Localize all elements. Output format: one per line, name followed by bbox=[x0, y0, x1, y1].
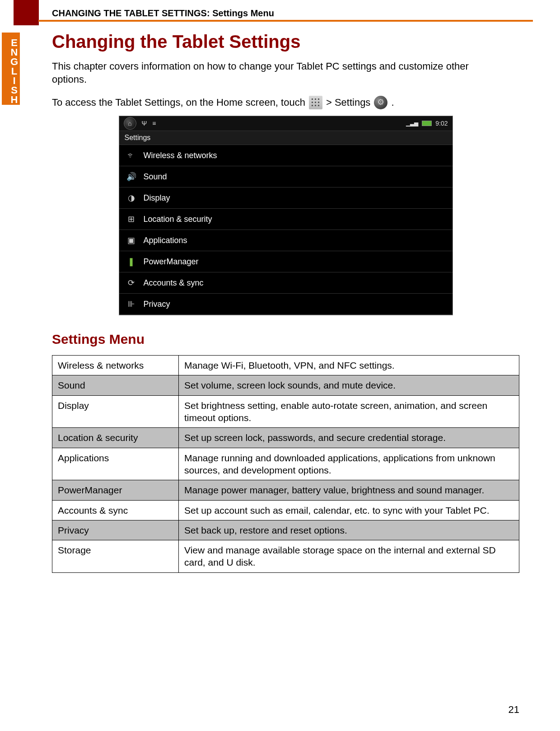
display-icon: ◑ bbox=[126, 193, 136, 203]
table-row: StorageView and manage available storage… bbox=[52, 540, 519, 573]
setting-name: Storage bbox=[52, 540, 179, 573]
screenshot-menu-item: ▣Applications bbox=[119, 230, 453, 251]
table-row: Wireless & networksManage Wi-Fi, Bluetoo… bbox=[52, 356, 519, 375]
privacy-icon: ⊪ bbox=[126, 299, 136, 309]
page-content: Changing the Tablet Settings This chapte… bbox=[52, 32, 519, 573]
home-icon: ⌂ bbox=[124, 117, 136, 130]
setting-name: Applications bbox=[52, 448, 179, 480]
table-row: DisplaySet brightness setting, enable au… bbox=[52, 395, 519, 428]
setting-name: Location & security bbox=[52, 428, 179, 448]
table-row: Location & securitySet up screen lock, p… bbox=[52, 428, 519, 448]
setting-name: PowerManager bbox=[52, 480, 179, 500]
setting-description: Set back up, restore and reset options. bbox=[179, 520, 519, 540]
table-row: ApplicationsManage running and downloade… bbox=[52, 448, 519, 480]
apps-grid-icon bbox=[309, 96, 322, 109]
setting-name: Sound bbox=[52, 375, 179, 395]
settings-gear-icon bbox=[374, 96, 387, 109]
page-title: Changing the Tablet Settings bbox=[52, 32, 519, 52]
setting-description: Set up account such as email, calendar, … bbox=[179, 500, 519, 520]
screenshot-menu-item: ⟳Accounts & sync bbox=[119, 272, 453, 294]
battery-icon bbox=[422, 121, 432, 126]
usb-icon: Ψ bbox=[142, 120, 147, 127]
setting-name: Display bbox=[52, 395, 179, 428]
screenshot-menu-label: Applications bbox=[144, 236, 187, 245]
screenshot-menu-item: 🔊Sound bbox=[119, 166, 453, 187]
subheading: Settings Menu bbox=[52, 332, 519, 347]
power-icon: ❚ bbox=[126, 257, 136, 267]
table-row: Accounts & syncSet up account such as em… bbox=[52, 500, 519, 520]
page-number: 21 bbox=[509, 704, 519, 716]
screenshot-menu-item: ⊪Privacy bbox=[119, 294, 453, 315]
screenshot-menu-label: Display bbox=[144, 193, 170, 203]
sound-icon: 🔊 bbox=[126, 172, 136, 182]
header-rule bbox=[38, 20, 533, 22]
setting-description: Manage Wi-Fi, Bluetooth, VPN, and NFC se… bbox=[179, 356, 519, 375]
setting-description: Set up screen lock, passwords, and secur… bbox=[179, 428, 519, 448]
setting-name: Wireless & networks bbox=[52, 356, 179, 375]
setting-description: View and manage available storage space … bbox=[179, 540, 519, 573]
access-instructions: To access the Tablet Settings, on the Ho… bbox=[52, 96, 519, 109]
status-bar: ⌂ Ψ ≡ ▁▃▅ 9:02 bbox=[119, 116, 453, 131]
settings-menu-table: Wireless & networksManage Wi-Fi, Bluetoo… bbox=[52, 355, 519, 573]
setting-description: Manage power manager, battery value, bri… bbox=[179, 480, 519, 500]
device-screenshot: ⌂ Ψ ≡ ▁▃▅ 9:02 Settings ᯤWireless & netw… bbox=[119, 116, 453, 315]
screenshot-menu-label: Accounts & sync bbox=[144, 278, 204, 288]
table-row: PrivacySet back up, restore and reset op… bbox=[52, 520, 519, 540]
intro-paragraph: This chapter covers information on how t… bbox=[52, 60, 476, 86]
setting-description: Manage running and downloaded applicatio… bbox=[179, 448, 519, 480]
setting-name: Accounts & sync bbox=[52, 500, 179, 520]
screenshot-menu-label: Location & security bbox=[144, 215, 212, 224]
table-row: PowerManagerManage power manager, batter… bbox=[52, 480, 519, 500]
setting-name: Privacy bbox=[52, 520, 179, 540]
screenshot-menu-label: Wireless & networks bbox=[144, 151, 217, 160]
sync-icon: ⟳ bbox=[126, 278, 136, 288]
setting-description: Set brightness setting, enable auto-rota… bbox=[179, 395, 519, 428]
language-tab: ENGLISH bbox=[2, 33, 20, 105]
setting-description: Set volume, screen lock sounds, and mute… bbox=[179, 375, 519, 395]
corner-ornament bbox=[14, 0, 39, 25]
wifi-icon: ᯤ bbox=[126, 150, 136, 160]
screenshot-menu-label: Sound bbox=[144, 172, 167, 182]
screenshot-menu-item: ❚PowerManager bbox=[119, 251, 453, 272]
screenshot-menu-item: ⊞Location & security bbox=[119, 209, 453, 230]
wifi-signal-icon: ▁▃▅ bbox=[406, 120, 418, 127]
access-text-pre: To access the Tablet Settings, on the Ho… bbox=[52, 96, 305, 109]
location-icon: ⊞ bbox=[126, 214, 136, 224]
screenshot-menu-item: ◑Display bbox=[119, 187, 453, 209]
debug-icon: ≡ bbox=[152, 120, 156, 127]
screenshot-menu-label: PowerManager bbox=[144, 257, 199, 267]
access-text-post: . bbox=[391, 96, 394, 109]
table-row: SoundSet volume, screen lock sounds, and… bbox=[52, 375, 519, 395]
screenshot-title: Settings bbox=[119, 131, 453, 145]
screenshot-menu-label: Privacy bbox=[144, 300, 170, 309]
status-clock: 9:02 bbox=[435, 120, 448, 127]
screenshot-menu-item: ᯤWireless & networks bbox=[119, 145, 453, 166]
apps-icon: ▣ bbox=[126, 235, 136, 245]
access-text-mid: > Settings bbox=[326, 96, 370, 109]
running-header: CHANGING THE TABLET SETTINGS: Settings M… bbox=[52, 8, 533, 19]
